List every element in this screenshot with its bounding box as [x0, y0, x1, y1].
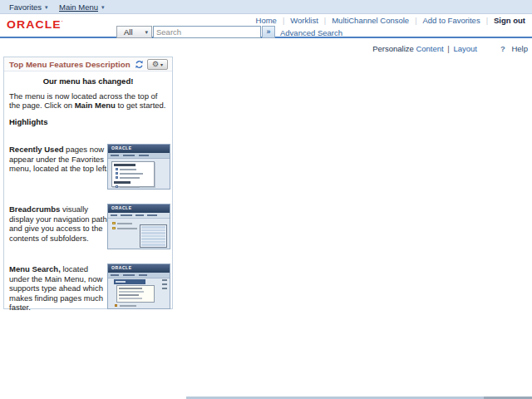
feature-bold: Recently Used	[9, 145, 63, 154]
search-input[interactable]	[153, 26, 261, 38]
feature-bold: Menu Search,	[9, 264, 61, 273]
thumb-menubar	[108, 153, 170, 159]
chevron-down-icon: ▾	[101, 4, 105, 10]
gear-icon: ⚙	[152, 61, 159, 68]
refresh-icon[interactable]	[135, 60, 144, 69]
separator: |	[447, 44, 449, 53]
add-to-favorites-link[interactable]: Add to Favorites	[422, 16, 480, 25]
pagelet-header: Top Menu Features Description ⚙ ▾	[4, 57, 172, 71]
thumb-oracle-header: ORACLE	[108, 204, 170, 213]
highlights-heading: Highlights	[9, 117, 172, 126]
favorites-menu[interactable]: Favorites▾	[9, 2, 48, 12]
branding-header: ORACLE` Home | Worklist | MultiChannel C…	[0, 14, 532, 38]
feature-breadcrumbs-text: Breadcrumbs visually display your naviga…	[9, 204, 109, 243]
thumb-typeahead-box	[116, 285, 155, 303]
home-link[interactable]: Home	[256, 16, 277, 25]
thumb-folder-list	[112, 222, 137, 232]
top-menu-features-pagelet: Top Menu Features Description ⚙ ▾ Our me…	[3, 57, 173, 309]
top-menu-bar: Favorites▾ Main Menu▾	[0, 0, 532, 14]
link-separator: |	[486, 17, 488, 25]
worklist-link[interactable]: Worklist	[290, 16, 318, 25]
chevron-down-icon: ▾	[45, 4, 48, 10]
feature-menu-search-text: Menu Search, located under the Main Menu…	[9, 264, 109, 313]
search-scope-value: All	[124, 27, 133, 37]
thumb-right-column	[162, 279, 167, 292]
thumb-menu-items	[115, 304, 136, 307]
thumb-favorites-dropdown	[111, 161, 155, 187]
multichannel-console-link[interactable]: MultiChannel Console	[332, 16, 409, 25]
thumb-breadcrumb-bar	[108, 213, 170, 219]
feature-bold: Breadcrumbs	[9, 204, 60, 214]
thumb-oracle-header: ORACLE	[108, 145, 170, 153]
intro-paragraph: The menu is now located across the top o…	[9, 91, 168, 110]
link-separator: |	[283, 17, 284, 25]
intro-main-menu-bold: Main Menu	[75, 101, 116, 110]
thumb-oracle-header: ORACLE	[108, 264, 170, 273]
menu-changed-headline: Our menu has changed!	[4, 76, 172, 86]
feature-thumbnail-menu-search: ORACLE	[107, 264, 170, 309]
sign-out-link[interactable]: Sign out	[494, 16, 525, 25]
personalize-layout-link[interactable]: Layout	[453, 44, 477, 53]
chevron-down-icon: ▾	[145, 29, 148, 36]
peoplesoft-home-page: Favorites▾ Main Menu▾ ORACLE` Home | Wor…	[0, 0, 532, 399]
help-group: ? Help	[500, 44, 528, 53]
thumb-submenu-panel	[140, 224, 167, 248]
main-menu[interactable]: Main Menu▾	[59, 2, 105, 12]
chevron-down-icon: ▾	[160, 62, 163, 67]
intro-text-end: to get started.	[116, 101, 166, 110]
advanced-search-link[interactable]: Advanced Search	[280, 28, 342, 37]
help-link[interactable]: Help	[511, 44, 528, 53]
personalize-bar: Personalize Content | Layout ? Help	[0, 44, 532, 54]
personalize-label: Personalize	[372, 44, 414, 53]
search-go-button[interactable]: »	[262, 26, 275, 38]
link-separator: |	[324, 17, 326, 25]
feature-recently-used-text: Recently Used pages now appear under the…	[9, 145, 109, 174]
trademark-mark: `	[62, 20, 64, 25]
personalize-content-link[interactable]: Content	[416, 44, 443, 53]
help-icon[interactable]: ?	[500, 44, 505, 53]
pagelet-title: Top Menu Features Description	[9, 60, 131, 69]
thumb-menubar	[108, 273, 170, 278]
feature-thumbnail-breadcrumbs: ORACLE	[107, 204, 170, 249]
favorites-menu-label: Favorites	[9, 2, 42, 12]
link-separator: |	[415, 17, 416, 25]
feature-thumbnail-recently-used: ORACLE	[107, 144, 170, 190]
main-menu-label: Main Menu	[59, 2, 98, 12]
personalize-group: Personalize Content | Layout	[372, 44, 477, 53]
search-bar: All ▾ » Advanced Search	[0, 26, 532, 38]
search-scope-dropdown[interactable]: All ▾	[116, 26, 152, 38]
header-links: Home | Worklist | MultiChannel Console |…	[256, 16, 525, 25]
thumb-search-highlight	[114, 279, 145, 284]
pagelet-options-button[interactable]: ⚙ ▾	[147, 59, 168, 70]
pagelet-body: Our menu has changed! The menu is now lo…	[4, 72, 172, 309]
